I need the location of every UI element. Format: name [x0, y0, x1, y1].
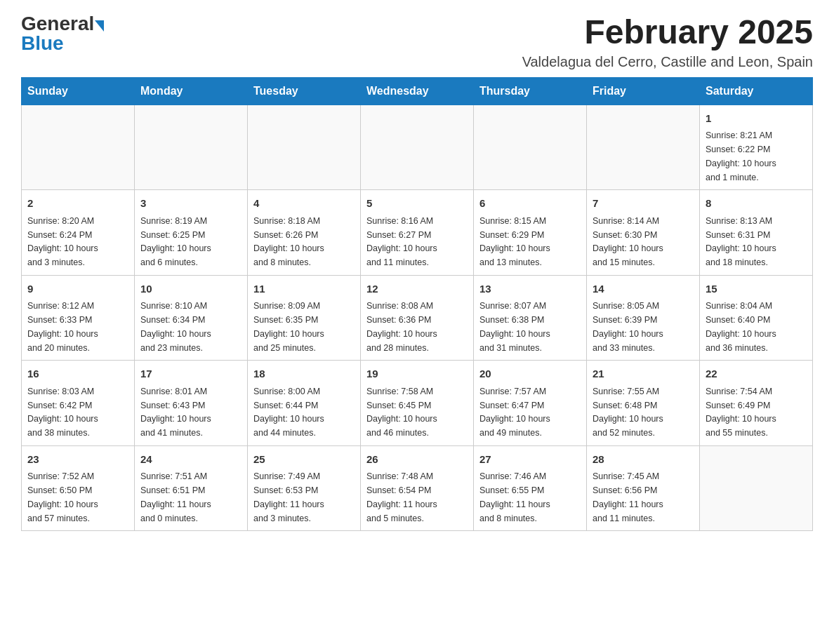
day-number: 28	[593, 452, 694, 468]
day-info: Sunrise: 8:18 AM Sunset: 6:26 PM Dayligh…	[253, 216, 324, 267]
day-number: 17	[140, 366, 241, 382]
day-number: 1	[706, 111, 807, 127]
day-number: 11	[253, 281, 355, 297]
day-info: Sunrise: 8:01 AM Sunset: 6:43 PM Dayligh…	[140, 387, 211, 438]
day-number: 23	[27, 452, 128, 468]
day-info: Sunrise: 8:00 AM Sunset: 6:44 PM Dayligh…	[253, 387, 324, 438]
calendar-table: Sunday Monday Tuesday Wednesday Thursday…	[21, 77, 813, 532]
calendar-cell: 14Sunrise: 8:05 AM Sunset: 6:39 PM Dayli…	[587, 275, 700, 361]
calendar-cell: 18Sunrise: 8:00 AM Sunset: 6:44 PM Dayli…	[248, 361, 361, 446]
calendar-week-3: 16Sunrise: 8:03 AM Sunset: 6:42 PM Dayli…	[22, 361, 813, 446]
day-info: Sunrise: 8:12 AM Sunset: 6:33 PM Dayligh…	[27, 301, 98, 352]
header-friday: Friday	[587, 77, 700, 105]
day-info: Sunrise: 8:08 AM Sunset: 6:36 PM Dayligh…	[366, 301, 437, 352]
day-info: Sunrise: 7:55 AM Sunset: 6:48 PM Dayligh…	[593, 387, 663, 438]
day-number: 7	[593, 196, 694, 212]
calendar-cell: 27Sunrise: 7:46 AM Sunset: 6:55 PM Dayli…	[474, 445, 587, 531]
day-info: Sunrise: 7:45 AM Sunset: 6:56 PM Dayligh…	[593, 471, 663, 523]
day-info: Sunrise: 7:57 AM Sunset: 6:47 PM Dayligh…	[479, 387, 550, 438]
day-info: Sunrise: 8:21 AM Sunset: 6:22 PM Dayligh…	[706, 130, 776, 182]
calendar-cell: 26Sunrise: 7:48 AM Sunset: 6:54 PM Dayli…	[361, 445, 474, 531]
calendar-cell: 11Sunrise: 8:09 AM Sunset: 6:35 PM Dayli…	[248, 275, 361, 361]
calendar-week-2: 9Sunrise: 8:12 AM Sunset: 6:33 PM Daylig…	[22, 275, 813, 361]
day-info: Sunrise: 8:13 AM Sunset: 6:31 PM Dayligh…	[706, 216, 776, 267]
header-wednesday: Wednesday	[361, 77, 474, 105]
day-number: 27	[479, 452, 581, 468]
day-number: 16	[27, 366, 128, 382]
day-info: Sunrise: 7:54 AM Sunset: 6:49 PM Dayligh…	[706, 387, 776, 438]
month-title: February 2025	[522, 14, 813, 51]
day-info: Sunrise: 8:10 AM Sunset: 6:34 PM Dayligh…	[140, 301, 211, 352]
title-area: February 2025 Valdelagua del Cerro, Cast…	[522, 14, 813, 70]
calendar-cell: 6Sunrise: 8:15 AM Sunset: 6:29 PM Daylig…	[474, 190, 587, 276]
logo-general-text: General	[21, 14, 94, 34]
calendar-cell: 24Sunrise: 7:51 AM Sunset: 6:51 PM Dayli…	[135, 445, 248, 531]
calendar-cell: 2Sunrise: 8:20 AM Sunset: 6:24 PM Daylig…	[22, 190, 135, 276]
calendar-header: Sunday Monday Tuesday Wednesday Thursday…	[22, 77, 813, 105]
day-info: Sunrise: 8:09 AM Sunset: 6:35 PM Dayligh…	[253, 301, 324, 352]
day-number: 22	[706, 366, 807, 382]
calendar-cell: 22Sunrise: 7:54 AM Sunset: 6:49 PM Dayli…	[700, 361, 813, 446]
calendar-cell: 28Sunrise: 7:45 AM Sunset: 6:56 PM Dayli…	[587, 445, 700, 531]
calendar-cell: 17Sunrise: 8:01 AM Sunset: 6:43 PM Dayli…	[135, 361, 248, 446]
calendar-cell: 3Sunrise: 8:19 AM Sunset: 6:25 PM Daylig…	[135, 190, 248, 276]
day-info: Sunrise: 8:15 AM Sunset: 6:29 PM Dayligh…	[479, 216, 550, 267]
location-subtitle: Valdelagua del Cerro, Castille and Leon,…	[522, 54, 813, 70]
day-number: 3	[140, 196, 241, 212]
day-info: Sunrise: 8:19 AM Sunset: 6:25 PM Dayligh…	[140, 216, 211, 267]
calendar-week-0: 1Sunrise: 8:21 AM Sunset: 6:22 PM Daylig…	[22, 105, 813, 190]
day-number: 2	[27, 196, 128, 212]
day-info: Sunrise: 8:03 AM Sunset: 6:42 PM Dayligh…	[27, 387, 98, 438]
day-number: 26	[366, 452, 468, 468]
header-monday: Monday	[135, 77, 248, 105]
day-number: 4	[253, 196, 355, 212]
calendar-cell	[22, 105, 135, 190]
calendar-cell	[587, 105, 700, 190]
day-info: Sunrise: 7:48 AM Sunset: 6:54 PM Dayligh…	[366, 471, 437, 523]
calendar-cell: 23Sunrise: 7:52 AM Sunset: 6:50 PM Dayli…	[22, 445, 135, 531]
day-info: Sunrise: 8:07 AM Sunset: 6:38 PM Dayligh…	[479, 301, 550, 352]
day-info: Sunrise: 7:52 AM Sunset: 6:50 PM Dayligh…	[27, 471, 98, 523]
calendar-body: 1Sunrise: 8:21 AM Sunset: 6:22 PM Daylig…	[22, 105, 813, 531]
day-info: Sunrise: 7:51 AM Sunset: 6:51 PM Dayligh…	[140, 471, 211, 523]
calendar-cell: 12Sunrise: 8:08 AM Sunset: 6:36 PM Dayli…	[361, 275, 474, 361]
calendar-cell: 16Sunrise: 8:03 AM Sunset: 6:42 PM Dayli…	[22, 361, 135, 446]
header-sunday: Sunday	[22, 77, 135, 105]
day-info: Sunrise: 7:49 AM Sunset: 6:53 PM Dayligh…	[253, 471, 324, 523]
logo: General Blue	[21, 14, 104, 53]
calendar-cell: 5Sunrise: 8:16 AM Sunset: 6:27 PM Daylig…	[361, 190, 474, 276]
day-number: 24	[140, 452, 241, 468]
day-info: Sunrise: 8:16 AM Sunset: 6:27 PM Dayligh…	[366, 216, 437, 267]
day-info: Sunrise: 8:04 AM Sunset: 6:40 PM Dayligh…	[706, 301, 776, 352]
calendar-cell: 19Sunrise: 7:58 AM Sunset: 6:45 PM Dayli…	[361, 361, 474, 446]
header-thursday: Thursday	[474, 77, 587, 105]
calendar-week-1: 2Sunrise: 8:20 AM Sunset: 6:24 PM Daylig…	[22, 190, 813, 276]
calendar-cell: 20Sunrise: 7:57 AM Sunset: 6:47 PM Dayli…	[474, 361, 587, 446]
day-number: 12	[366, 281, 468, 297]
day-number: 25	[253, 452, 355, 468]
header-saturday: Saturday	[700, 77, 813, 105]
calendar-cell: 10Sunrise: 8:10 AM Sunset: 6:34 PM Dayli…	[135, 275, 248, 361]
day-number: 18	[253, 366, 355, 382]
day-number: 14	[593, 281, 694, 297]
calendar-cell: 13Sunrise: 8:07 AM Sunset: 6:38 PM Dayli…	[474, 275, 587, 361]
calendar-cell: 25Sunrise: 7:49 AM Sunset: 6:53 PM Dayli…	[248, 445, 361, 531]
calendar-cell: 8Sunrise: 8:13 AM Sunset: 6:31 PM Daylig…	[700, 190, 813, 276]
logo-blue-text: Blue	[21, 34, 64, 53]
day-number: 8	[706, 196, 807, 212]
day-number: 20	[479, 366, 581, 382]
calendar-cell: 1Sunrise: 8:21 AM Sunset: 6:22 PM Daylig…	[700, 105, 813, 190]
calendar-week-4: 23Sunrise: 7:52 AM Sunset: 6:50 PM Dayli…	[22, 445, 813, 531]
page-header: General Blue February 2025 Valdelagua de…	[21, 14, 813, 70]
calendar-cell	[361, 105, 474, 190]
day-number: 15	[706, 281, 807, 297]
day-number: 21	[593, 366, 694, 382]
day-info: Sunrise: 8:05 AM Sunset: 6:39 PM Dayligh…	[593, 301, 663, 352]
day-number: 6	[479, 196, 581, 212]
day-number: 10	[140, 281, 241, 297]
calendar-cell	[135, 105, 248, 190]
calendar-cell	[474, 105, 587, 190]
header-tuesday: Tuesday	[248, 77, 361, 105]
logo-triangle-icon	[95, 20, 104, 32]
calendar-cell: 21Sunrise: 7:55 AM Sunset: 6:48 PM Dayli…	[587, 361, 700, 446]
